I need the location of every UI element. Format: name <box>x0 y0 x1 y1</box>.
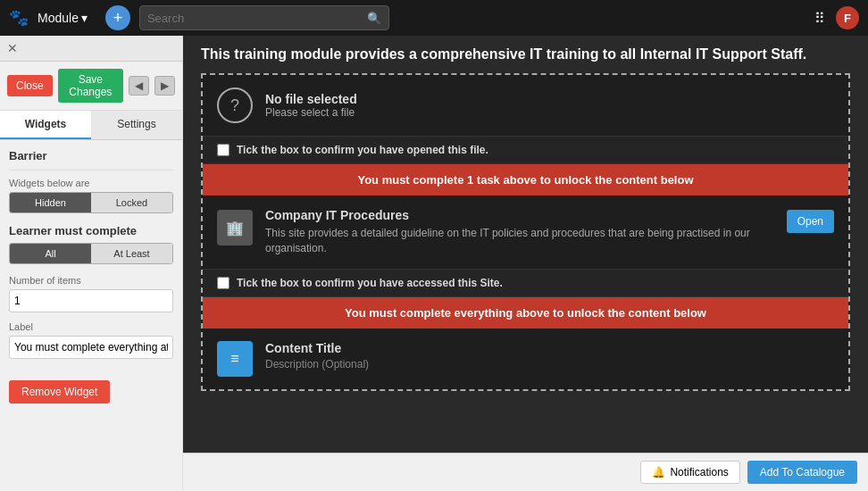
hidden-locked-toggle: Hidden Locked <box>9 192 173 213</box>
undo-button[interactable]: ◀ <box>129 76 149 96</box>
checkbox-row-2: Tick the box to confirm you have accesse… <box>203 270 848 297</box>
widgets-below-label: Widgets below are <box>9 178 173 188</box>
notifications-button[interactable]: 🔔 Notifications <box>640 461 739 484</box>
company-info: Company IT Procedures This site provides… <box>265 208 774 256</box>
save-changes-button[interactable]: Save Changes <box>58 69 123 103</box>
file-info: No file selected Please select a file <box>265 92 834 119</box>
toggle-hidden[interactable]: Hidden <box>10 193 91 212</box>
redo-button[interactable]: ▶ <box>154 76 175 96</box>
search-icon: 🔍 <box>367 12 381 25</box>
sidebar-close-icon[interactable]: ✕ <box>7 41 18 55</box>
content-area: ? No file selected Please select a file … <box>201 73 850 391</box>
close-button[interactable]: Close <box>7 75 53 96</box>
grid-icon[interactable]: ⠿ <box>814 10 825 27</box>
content-title: Content Title <box>265 341 834 355</box>
file-subtitle: Please select a file <box>265 106 834 119</box>
logo-icon: 🐾 <box>9 8 29 28</box>
module-header: This training module provides a comprehe… <box>183 36 868 73</box>
company-desc: This site provides a detailed guideline … <box>265 226 774 256</box>
module-label: Module <box>38 11 79 25</box>
logo: 🐾 <box>9 8 29 28</box>
file-widget: ? No file selected Please select a file <box>203 75 848 137</box>
search-input[interactable] <box>147 12 367 25</box>
content-desc: Description (Optional) <box>265 358 834 370</box>
add-to-catalogue-button[interactable]: Add To Catalogue <box>747 461 857 484</box>
label-section: Label <box>9 321 173 368</box>
learner-section: Learner must complete All At Least <box>9 224 173 264</box>
toggle-all[interactable]: All <box>10 244 91 263</box>
checkbox-2-label: Tick the box to confirm you have accesse… <box>237 277 503 289</box>
module-dropdown-icon: ▾ <box>81 11 88 25</box>
module-button[interactable]: Module ▾ <box>38 11 88 25</box>
sidebar: ✕ Close Save Changes ◀ ▶ Widgets Setting… <box>0 36 183 491</box>
sidebar-top: ✕ <box>0 36 182 62</box>
top-nav-right: ⠿ F <box>814 6 859 29</box>
alert-bar-2: You must complete everything above to un… <box>203 297 848 329</box>
label-input[interactable] <box>9 336 173 359</box>
company-widget: 🏢 Company IT Procedures This site provid… <box>203 196 848 270</box>
company-title: Company IT Procedures <box>265 208 774 222</box>
content-info: Content Title Description (Optional) <box>265 341 834 370</box>
label-section-title: Label <box>9 321 173 332</box>
user-avatar[interactable]: F <box>836 6 859 29</box>
alert-bar-1: You must complete 1 task above to unlock… <box>203 164 848 196</box>
learner-label: Learner must complete <box>9 224 173 237</box>
number-input[interactable] <box>9 289 173 312</box>
file-title: No file selected <box>265 92 834 106</box>
sidebar-tabs: Widgets Settings <box>0 111 182 140</box>
notifications-label: Notifications <box>670 466 728 479</box>
all-atleast-toggle: All At Least <box>9 243 173 264</box>
checkbox-row-1: Tick the box to confirm you have opened … <box>203 137 848 164</box>
tab-settings[interactable]: Settings <box>91 111 182 139</box>
main-layout: ✕ Close Save Changes ◀ ▶ Widgets Setting… <box>0 36 868 491</box>
checkbox-1-label: Tick the box to confirm you have opened … <box>237 144 488 156</box>
sidebar-content: Barrier Widgets below are Hidden Locked … <box>0 140 182 491</box>
checkbox-2[interactable] <box>217 277 230 289</box>
content-icon: ≡ <box>217 341 253 377</box>
bell-icon: 🔔 <box>652 466 665 479</box>
file-icon: ? <box>217 87 253 123</box>
barrier-label: Barrier <box>9 149 173 162</box>
main-content: This training module provides a comprehe… <box>183 36 868 491</box>
top-nav: 🐾 Module ▾ + 🔍 ⠿ F <box>0 0 868 36</box>
toggle-locked[interactable]: Locked <box>91 193 172 212</box>
open-button[interactable]: Open <box>787 210 834 233</box>
bottom-bar: 🔔 Notifications Add To Catalogue <box>183 453 868 491</box>
search-bar: 🔍 <box>139 5 389 30</box>
toggle-atleast[interactable]: At Least <box>91 244 172 263</box>
remove-widget-button[interactable]: Remove Widget <box>9 380 110 404</box>
number-items-label: Number of items <box>9 275 173 286</box>
sidebar-toolbar: Close Save Changes ◀ ▶ <box>0 62 182 111</box>
tab-widgets[interactable]: Widgets <box>0 111 91 139</box>
content-title-widget: ≡ Content Title Description (Optional) <box>203 329 848 389</box>
checkbox-1[interactable] <box>217 144 230 156</box>
add-button[interactable]: + <box>105 5 130 30</box>
company-icon: 🏢 <box>217 210 253 246</box>
